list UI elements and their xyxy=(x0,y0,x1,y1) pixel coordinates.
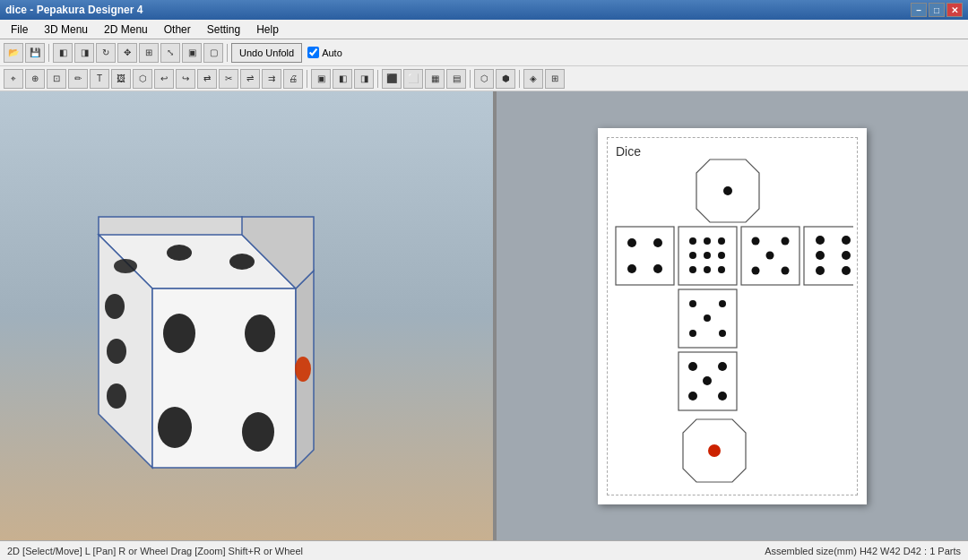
svg-point-25 xyxy=(689,237,696,245)
svg-point-31 xyxy=(689,266,696,273)
tb2-btn4[interactable]: ✏ xyxy=(68,69,88,89)
svg-point-54 xyxy=(688,362,697,371)
window-button[interactable]: ▣ xyxy=(182,43,202,63)
separator2 xyxy=(227,44,228,62)
svg-point-36 xyxy=(782,237,790,245)
tb2-cut[interactable]: ✂ xyxy=(219,69,238,89)
menubar: File 3D Menu 2D Menu Other Setting Help xyxy=(0,20,968,39)
close-button[interactable]: ✕ xyxy=(946,3,963,17)
status-left: 2D [Select/Move] L [Pan] R or Wheel Drag… xyxy=(7,546,303,556)
svg-point-11 xyxy=(158,407,192,448)
statusbar: 2D [Select/Move] L [Pan] R or Wheel Drag… xyxy=(0,540,968,560)
tb2-b1[interactable]: ▣ xyxy=(311,69,331,89)
svg-point-9 xyxy=(163,314,195,353)
svg-point-57 xyxy=(718,362,727,371)
svg-point-44 xyxy=(842,236,851,245)
auto-checkbox[interactable] xyxy=(307,47,319,58)
menu-2d[interactable]: 2D Menu xyxy=(97,22,155,38)
svg-point-50 xyxy=(704,314,711,322)
tb2-undo[interactable]: ↩ xyxy=(154,69,174,89)
tb2-b4[interactable]: ⬛ xyxy=(382,69,402,89)
tb2-btn6[interactable]: 🖼 xyxy=(111,69,131,89)
svg-point-22 xyxy=(627,264,636,273)
paper-sheet: Dice xyxy=(598,128,867,504)
svg-point-18 xyxy=(723,186,732,195)
tb2-sep1 xyxy=(307,70,307,88)
open-button[interactable]: 📂 xyxy=(4,43,23,63)
separator1 xyxy=(48,44,49,62)
svg-point-26 xyxy=(704,237,711,245)
svg-point-8 xyxy=(114,259,137,273)
tb2-arrange2[interactable]: ⇉ xyxy=(262,69,281,89)
svg-point-27 xyxy=(718,237,725,245)
tb2-arrange[interactable]: ⇌ xyxy=(240,69,260,89)
3d-view[interactable] xyxy=(0,91,493,540)
tb2-btn3[interactable]: ⊡ xyxy=(47,69,66,89)
tb2-b11[interactable]: ⊞ xyxy=(545,69,565,89)
tb2-b10[interactable]: ◈ xyxy=(523,69,543,89)
tb2-b6[interactable]: ▦ xyxy=(425,69,445,89)
fold-button[interactable]: ◨ xyxy=(74,43,94,63)
svg-point-20 xyxy=(627,238,636,247)
dice-3d-model xyxy=(27,163,332,504)
svg-point-56 xyxy=(718,392,727,401)
svg-point-33 xyxy=(718,266,725,273)
svg-point-32 xyxy=(704,266,711,273)
tb2-b3[interactable]: ◨ xyxy=(354,69,374,89)
tb2-btn2[interactable]: ⊕ xyxy=(25,69,45,89)
auto-checkbox-container: Auto xyxy=(307,47,342,58)
tb2-btn1[interactable]: ⌖ xyxy=(4,69,23,89)
window2-button[interactable]: ▢ xyxy=(203,43,223,63)
svg-point-38 xyxy=(752,266,760,274)
svg-point-14 xyxy=(107,339,126,364)
tb2-b2[interactable]: ◧ xyxy=(333,69,352,89)
svg-point-43 xyxy=(816,266,825,275)
svg-point-7 xyxy=(229,254,255,270)
tb2-sep3 xyxy=(470,70,471,88)
svg-point-12 xyxy=(242,412,274,452)
svg-point-28 xyxy=(689,252,696,259)
auto-label: Auto xyxy=(322,47,342,58)
2d-view[interactable]: Dice xyxy=(497,91,968,540)
tb2-print[interactable]: 🖨 xyxy=(283,69,303,89)
menu-other[interactable]: Other xyxy=(157,22,198,38)
scale-button[interactable]: ⤡ xyxy=(160,43,180,63)
svg-point-49 xyxy=(719,300,726,307)
tb2-btn5[interactable]: T xyxy=(90,69,109,89)
svg-point-46 xyxy=(842,266,851,275)
titlebar: dice - Pepakura Designer 4 – □ ✕ xyxy=(0,0,968,20)
svg-point-42 xyxy=(816,251,825,260)
tb2-unfold[interactable]: ⇄ xyxy=(197,69,217,89)
unfold-button[interactable]: ◧ xyxy=(53,43,73,63)
tb2-b5[interactable]: ⬜ xyxy=(403,69,423,89)
tb2-b7[interactable]: ▤ xyxy=(446,69,466,89)
tb2-btn7[interactable]: ⬡ xyxy=(133,69,152,89)
save-button[interactable]: 💾 xyxy=(25,43,45,63)
undo-unfold-button[interactable]: Undo Unfold xyxy=(231,43,302,63)
svg-point-51 xyxy=(689,330,696,337)
main-area: Dice xyxy=(0,91,968,540)
tb2-redo[interactable]: ↪ xyxy=(176,69,195,89)
minimize-button[interactable]: – xyxy=(911,3,927,17)
tb2-sep2 xyxy=(377,70,378,88)
svg-point-45 xyxy=(842,251,851,260)
svg-point-58 xyxy=(688,392,697,401)
svg-point-30 xyxy=(718,252,725,259)
svg-point-52 xyxy=(719,330,726,337)
menu-file[interactable]: File xyxy=(4,22,35,38)
svg-point-29 xyxy=(704,252,711,259)
maximize-button[interactable]: □ xyxy=(929,3,945,17)
svg-point-48 xyxy=(689,300,696,307)
joint-button[interactable]: ⊞ xyxy=(139,43,159,63)
menu-help[interactable]: Help xyxy=(249,22,286,38)
svg-point-6 xyxy=(167,245,192,261)
menu-3d[interactable]: 3D Menu xyxy=(37,22,95,38)
svg-point-41 xyxy=(816,236,825,245)
tb2-sep4 xyxy=(519,70,520,88)
rotate3d-button[interactable]: ↻ xyxy=(96,43,116,63)
title-text: dice - Pepakura Designer 4 xyxy=(5,4,143,16)
tb2-b8[interactable]: ⬡ xyxy=(474,69,494,89)
tb2-b9[interactable]: ⬢ xyxy=(496,69,515,89)
menu-setting[interactable]: Setting xyxy=(200,22,247,38)
move-button[interactable]: ✥ xyxy=(117,43,137,63)
